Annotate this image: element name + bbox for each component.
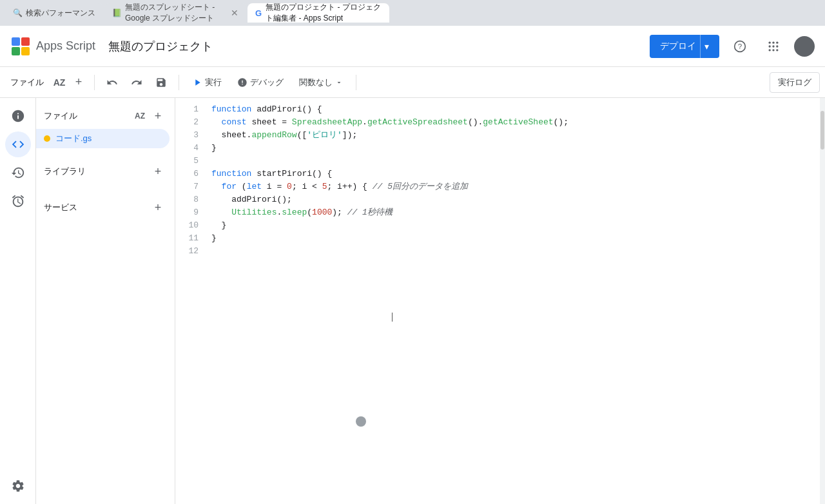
code-line-9: Utilities.sleep(1000); // 1秒待機 [211, 206, 825, 219]
run-button[interactable]: 実行 [186, 73, 228, 92]
svg-rect-2 [12, 47, 20, 55]
tab-label: 無題のプロジェクト - プロジェクト編集者 - Apps Script [266, 2, 382, 24]
files-section: ファイルAZ+コード.gs [36, 98, 175, 153]
grid-icon [767, 40, 780, 53]
sidebar-code-button[interactable] [5, 131, 31, 157]
line-number: 3 [175, 129, 199, 142]
help-icon: ? [733, 40, 746, 53]
search-icon: 🔍 [13, 8, 22, 17]
svg-point-6 [769, 41, 771, 43]
line-number: 4 [175, 142, 199, 155]
execution-log-label: 実行ログ [778, 77, 811, 87]
line-number: 6 [175, 168, 199, 180]
apps-button[interactable] [761, 34, 786, 59]
close-icon[interactable]: ✕ [231, 8, 238, 18]
sidebar-trigger-button[interactable] [5, 188, 31, 214]
line-number: 1 [175, 103, 199, 116]
deploy-divider [700, 35, 701, 58]
tab-spreadsheet[interactable]: 📗 無題のスプレッドシート - Google スプレッドシート ✕ [104, 3, 246, 23]
redo-button[interactable] [126, 72, 148, 93]
sort-files-button[interactable]: AZ [131, 107, 149, 125]
save-button[interactable] [150, 72, 172, 93]
separator-3 [356, 75, 356, 90]
sidebar-history-button[interactable] [5, 160, 31, 186]
execution-log-button[interactable]: 実行ログ [770, 72, 820, 93]
sheets-icon: 📗 [112, 8, 121, 17]
svg-point-8 [776, 41, 778, 43]
toolbar-file-section: ファイル AZ + [5, 73, 88, 92]
libraries-section: ライブラリ + [36, 153, 175, 189]
svg-rect-1 [21, 37, 30, 46]
line-number: 11 [175, 232, 199, 245]
undo-button[interactable] [101, 72, 123, 93]
scrollbar-thumb[interactable] [820, 111, 824, 150]
main-layout: ファイルAZ+コード.gs ライブラリ + サービス + 1 2 3 4 5 [0, 98, 825, 504]
function-label: 関数なし [299, 77, 333, 88]
file-item[interactable]: コード.gs [36, 129, 170, 148]
sidebar-settings-button[interactable] [5, 473, 31, 499]
help-button[interactable]: ? [727, 34, 753, 59]
code-area: 1 2 3 4 5 6 7 8 9 10 11 12 function addP… [175, 98, 825, 263]
function-selector[interactable]: 関数なし [293, 73, 349, 92]
svg-point-9 [769, 45, 771, 47]
code-line-12 [211, 245, 825, 258]
code-line-3: sheet.appendRow(['ピロリ']); [211, 129, 825, 142]
separator-2 [179, 75, 179, 90]
sort-button[interactable]: AZ [50, 73, 68, 92]
code-editor[interactable]: 1 2 3 4 5 6 7 8 9 10 11 12 function addP… [175, 98, 825, 504]
toolbar: ファイル AZ + 実行 デバッグ 関数なし 実行ログ [0, 67, 825, 98]
add-service-button[interactable]: + [149, 199, 167, 217]
text-cursor [392, 311, 393, 322]
google-icon: G [255, 8, 262, 17]
info-icon [11, 109, 25, 123]
sidebar-icons [0, 98, 36, 504]
file-modified-indicator [44, 135, 50, 142]
add-library-button[interactable]: + [149, 162, 167, 180]
debug-button[interactable]: デバッグ [231, 73, 290, 92]
code-line-5 [211, 155, 825, 168]
deploy-button[interactable]: デプロイ ▾ [650, 35, 719, 58]
line-number: 5 [175, 155, 199, 168]
alarm-icon [11, 194, 25, 208]
libraries-label: ライブラリ [44, 166, 86, 177]
tab-search-performance[interactable]: 🔍 検索パフォーマンス [5, 3, 103, 23]
history-icon [11, 166, 25, 180]
svg-point-11 [776, 45, 778, 47]
add-file-button-panel[interactable]: + [149, 107, 167, 125]
svg-point-12 [769, 49, 771, 51]
code-line-8: addPirori(); [211, 193, 825, 206]
apps-script-logo [10, 36, 31, 57]
avatar[interactable] [794, 36, 815, 57]
file-name: コード.gs [55, 133, 92, 144]
tab-label: 無題のスプレッドシート - Google スプレッドシート [125, 2, 224, 24]
svg-text:?: ? [738, 42, 742, 50]
sidebar-bottom [5, 473, 31, 499]
line-numbers: 1 2 3 4 5 6 7 8 9 10 11 12 [175, 103, 206, 258]
file-panel: ファイルAZ+コード.gs ライブラリ + サービス + [36, 98, 175, 504]
code-line-7: for (let i = 0; i < 5; i++) { // 5回分のデータ… [211, 180, 825, 193]
svg-rect-3 [21, 47, 30, 55]
run-icon [192, 77, 202, 88]
services-section: サービス + [36, 189, 175, 226]
code-line-1: function addPirori() { [211, 103, 825, 116]
sidebar-info-button[interactable] [5, 103, 31, 129]
scrollbar-track[interactable] [820, 98, 825, 504]
add-file-button[interactable]: + [70, 73, 88, 92]
line-number: 12 [175, 245, 199, 258]
tab-apps-script[interactable]: G 無題のプロジェクト - プロジェクト編集者 - Apps Script [248, 3, 389, 23]
code-icon [11, 137, 25, 151]
code-line-4: } [211, 142, 825, 155]
app-name: Apps Script [36, 39, 95, 53]
line-number: 2 [175, 116, 199, 129]
debug-icon [237, 77, 248, 88]
svg-point-14 [776, 49, 778, 51]
debug-label: デバッグ [250, 77, 284, 88]
svg-point-10 [772, 45, 774, 47]
code-line-11: } [211, 232, 825, 245]
svg-rect-0 [12, 37, 20, 46]
browser-tabs: 🔍 検索パフォーマンス 📗 無題のスプレッドシート - Google スプレッド… [0, 0, 825, 26]
code-line-6: function startPirori() { [211, 168, 825, 180]
line-number: 10 [175, 219, 199, 232]
line-number: 7 [175, 180, 199, 193]
undo-icon [106, 77, 118, 88]
